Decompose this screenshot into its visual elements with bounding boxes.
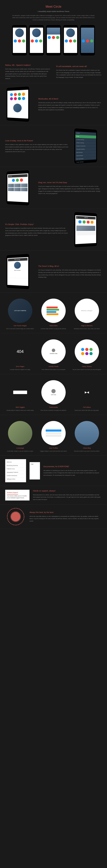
doc-menu: WelcomeMonetizing ElementsFeatured Icons… xyxy=(5,459,26,482)
doc-menu-item: Settings & More xyxy=(7,477,25,481)
hero-description: An attractive, elegant mobile template w… xyxy=(12,14,95,21)
doc-preview: Feat xyxy=(29,462,40,479)
error-badge: 404 xyxy=(8,339,32,364)
sidebar-item: Sidebar Settings xyxy=(75,141,96,145)
banner-heading: Welcome, stranger! xyxy=(81,310,92,312)
subtitle: A beautifully simple Mobile WordPress Th… xyxy=(5,10,102,13)
section-heading: Drag 'em, move 'em! It's that Easy xyxy=(38,181,102,184)
section-heading: Always the best, by the best. xyxy=(29,511,102,514)
section-heading: The Good 'ol Blog. All in! xyxy=(38,265,102,268)
section-heading: It's Simple: Click. Portfolio. Enjoy! xyxy=(5,223,69,226)
feature-title: Status Bars xyxy=(38,324,69,327)
doc-menu-item: Welcome xyxy=(7,461,25,464)
doc-menu-item: Featured Icons xyxy=(7,467,25,471)
feature-text: Show off your customer's thoughts and op… xyxy=(38,409,69,411)
blog-header: Blog Circular xyxy=(15,259,20,261)
section-text: Our theme has full Localization Support … xyxy=(56,69,102,79)
user-name: Jonathan Dale xyxy=(50,353,57,355)
feature-title: Coverpage xyxy=(5,447,35,450)
feature-title: Clean Blog xyxy=(72,447,102,450)
section-heading: It's all translatable, and we mean all! xyxy=(56,65,102,68)
feature-text: Embed your videos with slick one copy pa… xyxy=(72,409,102,411)
play-icon: ▶◀ xyxy=(75,380,99,404)
sidebar-item: Header Customizer xyxy=(75,145,96,148)
feature-title: User Profiles xyxy=(38,447,69,450)
phone-showcase xyxy=(5,25,102,56)
page-title: Meet Circle xyxy=(5,4,102,9)
feature-text: A soft slider, simple to use and distrac… xyxy=(5,450,35,452)
feature-text: Say the share buttons and share your tap… xyxy=(72,369,102,371)
feature-text: Tastefully centered fonts, easy, clean, … xyxy=(72,328,102,330)
section-text: Touch your images and they will open in … xyxy=(38,185,102,195)
feature-text: Three different follow styles for your p… xyxy=(38,369,69,371)
feature-title: Testimonials xyxy=(38,406,69,409)
section-heading: Documented, for EVERYONE! xyxy=(44,465,102,468)
feature-title: Fancy Shares xyxy=(72,365,102,368)
section-text: We've created a very optimized system, b… xyxy=(5,144,69,153)
feature-text: Visually styled & ready to share your co… xyxy=(5,409,35,411)
demo-slider: LET'S GET STARTED xyxy=(8,299,32,323)
section-text: Show off your projects in a portfolio bu… xyxy=(5,227,69,237)
feature-title: Page & Banners xyxy=(72,324,102,327)
section-text: Rest assurance is a cliche, and we know … xyxy=(33,494,102,501)
feature-text: One to use touch content image and conte… xyxy=(5,328,35,330)
feature-text: A perfect radar whether as easy as the r… xyxy=(38,328,69,330)
feature-title: Full Videos xyxy=(72,406,102,409)
doc-menu-item: Monetizing Elements xyxy=(7,464,25,467)
doc-menu-item: Content Extensions xyxy=(7,474,25,477)
feature-title: Slick Toggles xyxy=(5,406,35,409)
feature-text: Drop the content to go down to see the c… xyxy=(72,450,102,452)
elite-badge-icon xyxy=(7,508,24,525)
feature-title: Activity Feeds xyxy=(38,365,69,368)
support-card-title: Enabled Support xyxy=(7,492,18,494)
section-text: We believe in coaching you how to use th… xyxy=(44,469,102,476)
menu-icon: ⋮ xyxy=(26,175,27,177)
section-text: We're the only Elite Authors on the mark… xyxy=(29,515,102,522)
section-text: Don't miss out on your mobile users. Wor… xyxy=(5,68,51,80)
section-heading: Retina, HD - Speed it matters! xyxy=(5,64,51,67)
section-heading: Shortcodes. All of them! xyxy=(38,97,102,100)
support-card: Enabled Support Your license entitles yo… xyxy=(5,490,29,500)
feature-title: One Touch Images xyxy=(5,324,35,327)
section-text: Shortcodes provide you with the ability … xyxy=(38,101,102,111)
section-heading: Hands on support, always! xyxy=(33,489,102,492)
support-card-text: Your license entitles you to 6 months of… xyxy=(7,495,28,499)
section-text: Our blog is designed to look stunning. T… xyxy=(38,269,102,278)
doc-menu-item: Typography Featured xyxy=(7,471,25,474)
section-heading: Love it today, more in the Future! xyxy=(5,139,69,142)
feature-text: A simple fullscreen elegant error page. xyxy=(5,369,35,371)
feature-text: Toggles design to move and work like men… xyxy=(38,450,69,452)
feature-title: Error Pages xyxy=(5,365,35,368)
testimonial-name: John Doe xyxy=(51,394,56,396)
